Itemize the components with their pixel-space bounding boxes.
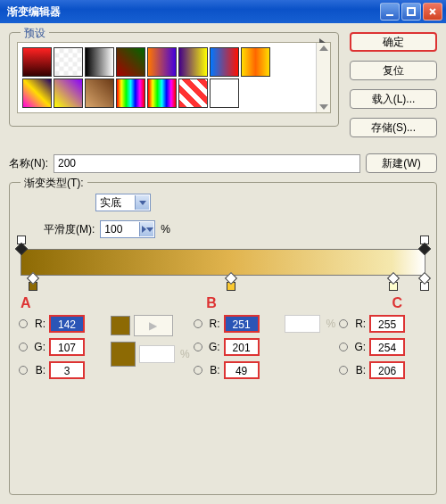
color-stop-c[interactable] (389, 274, 398, 291)
close-button[interactable] (423, 3, 442, 21)
a-b-input[interactable]: 3 (49, 361, 85, 379)
color-stop-b[interactable] (227, 274, 235, 291)
svg-rect-1 (408, 8, 415, 15)
chevron-right-icon (139, 222, 153, 236)
radio-b[interactable] (19, 366, 28, 375)
radio-g[interactable] (194, 343, 202, 351)
marker-c: C (275, 295, 425, 311)
name-input[interactable] (54, 154, 360, 173)
type-select[interactable]: 实底 (95, 194, 151, 211)
r-label: R: (31, 318, 45, 330)
r-label: R: (206, 318, 220, 330)
preset-swatch[interactable] (116, 47, 145, 77)
radio-b[interactable] (339, 366, 348, 375)
color-stop-a[interactable] (29, 274, 37, 291)
radio-b[interactable] (194, 366, 202, 375)
ok-button[interactable]: 确定 (350, 32, 437, 52)
opacity-stop[interactable] (420, 236, 429, 253)
marker-b: B (148, 295, 276, 311)
preset-swatch[interactable] (22, 47, 52, 77)
type-value: 实底 (100, 195, 121, 211)
preset-swatch[interactable] (178, 78, 208, 108)
preset-swatch[interactable] (54, 47, 83, 77)
play-icon: ▶ (134, 315, 173, 336)
preset-swatch[interactable] (22, 78, 52, 108)
radio-g[interactable] (19, 343, 28, 351)
percent-sign: % (180, 348, 190, 360)
a-g-input[interactable]: 107 (49, 338, 85, 356)
presets-label: 预设 (21, 26, 49, 41)
percent-sign: % (326, 318, 335, 330)
window-title: 渐变编辑器 (4, 4, 378, 20)
smoothness-value: 100 (104, 223, 122, 235)
preset-swatch[interactable] (147, 47, 177, 77)
b-label: B: (351, 364, 366, 376)
radio-r[interactable] (339, 319, 348, 328)
percent-label: % (161, 223, 170, 235)
preset-grid (18, 43, 316, 112)
g-label: G: (31, 341, 45, 353)
b-b-input[interactable]: 49 (224, 361, 260, 379)
c-r-input[interactable]: 255 (369, 315, 405, 333)
preset-swatch[interactable] (178, 47, 208, 77)
a-r-input[interactable]: 142 (49, 315, 85, 333)
radio-r[interactable] (19, 319, 28, 328)
preset-swatch[interactable] (54, 78, 83, 108)
b-label: B: (206, 364, 220, 376)
color-swatch[interactable] (111, 316, 130, 335)
svg-rect-0 (386, 14, 393, 16)
preset-swatch[interactable] (116, 78, 145, 108)
preset-scrollbar[interactable] (316, 43, 330, 112)
g-label: G: (351, 341, 366, 353)
preset-swatch[interactable] (241, 47, 270, 77)
g-label: G: (206, 341, 220, 353)
b-r-input[interactable]: 251 (224, 315, 260, 333)
reset-button[interactable]: 复位 (350, 61, 437, 80)
color-stop-end[interactable] (420, 274, 429, 291)
preset-swatch[interactable] (147, 78, 177, 108)
percent-input[interactable] (285, 315, 320, 333)
smoothness-label: 平滑度(M): (44, 222, 95, 237)
r-label: R: (351, 318, 366, 330)
preset-swatch[interactable] (210, 78, 239, 108)
smoothness-input[interactable]: 100 (100, 220, 155, 238)
c-g-input[interactable]: 254 (369, 338, 405, 356)
radio-r[interactable] (194, 319, 202, 328)
radio-g[interactable] (339, 343, 348, 351)
preset-swatch[interactable] (210, 47, 239, 77)
preset-swatch[interactable] (85, 78, 114, 108)
preset-swatch[interactable] (85, 47, 114, 77)
b-label: B: (31, 364, 45, 376)
c-b-input[interactable]: 206 (369, 361, 405, 379)
type-label: 渐变类型(T): (21, 176, 87, 191)
b-g-input[interactable]: 201 (224, 338, 260, 356)
gradient-bar[interactable] (21, 249, 425, 276)
percent-input[interactable] (139, 345, 175, 363)
load-button[interactable]: 载入(L)... (350, 89, 437, 109)
marker-a: A (21, 295, 148, 311)
maximize-button[interactable] (401, 3, 421, 21)
new-button[interactable]: 新建(W) (366, 153, 437, 173)
minimize-button[interactable] (380, 3, 400, 21)
name-label: 名称(N): (9, 156, 48, 171)
opacity-stop[interactable] (17, 236, 26, 253)
color-swatch-large[interactable] (111, 342, 136, 367)
chevron-down-icon (135, 195, 149, 210)
save-button[interactable]: 存储(S)... (350, 118, 437, 137)
